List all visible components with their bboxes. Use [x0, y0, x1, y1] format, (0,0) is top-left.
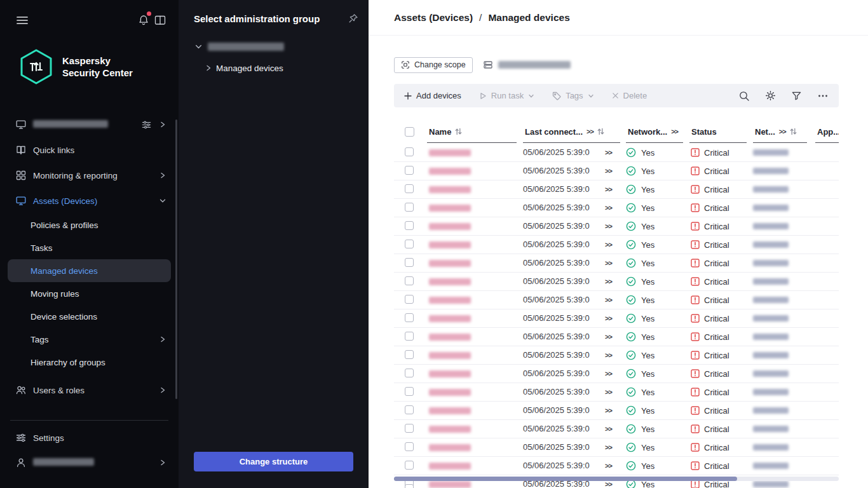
sidebar-item-policies-profiles[interactable]: Policies & profiles [0, 214, 179, 236]
horizontal-scrollbar-thumb[interactable] [394, 477, 737, 481]
row-checkbox[interactable] [405, 276, 414, 285]
sidebar-item-managed-devices[interactable]: Managed devices [8, 259, 171, 282]
row-checkbox[interactable] [405, 295, 414, 304]
hamburger-menu-icon[interactable] [14, 13, 31, 28]
expand-chevron-icon[interactable]: >> [605, 236, 612, 254]
device-name-cell[interactable] [429, 346, 471, 364]
device-name-cell[interactable] [429, 365, 471, 383]
device-name-cell[interactable] [429, 309, 471, 327]
group-tree-root[interactable] [179, 36, 369, 57]
row-checkbox[interactable] [405, 147, 414, 156]
sidebar-item-tags[interactable]: Tags [0, 328, 179, 351]
sidebar-scrollbar[interactable] [175, 119, 177, 399]
expand-chevron-icon[interactable]: >> [605, 162, 612, 180]
search-icon[interactable] [738, 90, 750, 102]
sidebar-item-monitoring-reporting[interactable]: Monitoring & reporting [0, 163, 179, 188]
device-name-cell[interactable] [429, 328, 471, 346]
change-structure-button[interactable]: Change structure [194, 452, 353, 471]
expand-chevron-icon[interactable]: >> [605, 383, 612, 401]
chevron-right-icon[interactable] [159, 121, 166, 128]
expand-chevron-icon[interactable]: >> [605, 217, 612, 235]
filter-funnel-icon[interactable] [791, 90, 802, 101]
row-checkbox[interactable] [405, 405, 414, 414]
sidebar-item-moving-rules[interactable]: Moving rules [0, 282, 179, 305]
add-devices-button[interactable]: Add devices [404, 91, 461, 100]
server-properties-icon[interactable] [141, 119, 152, 130]
column-header-name[interactable]: Name [427, 121, 517, 143]
expand-chevron-icon[interactable]: >> [605, 346, 612, 364]
device-name-cell[interactable] [429, 162, 471, 180]
device-name-cell[interactable] [429, 291, 471, 309]
sidebar-item-device-selections[interactable]: Device selections [0, 305, 179, 328]
column-header-app[interactable]: App... [815, 121, 839, 143]
column-expand-icon[interactable]: >> [587, 128, 593, 135]
expand-chevron-icon[interactable]: >> [605, 254, 612, 272]
sort-icon[interactable] [790, 128, 797, 135]
column-header-network-visible[interactable]: Network... >> [626, 121, 683, 143]
sidebar-item-hierarchy-of-groups[interactable]: Hierarchy of groups [0, 351, 179, 374]
device-name-cell[interactable] [429, 402, 471, 419]
sort-icon[interactable] [455, 128, 462, 135]
expand-chevron-icon[interactable]: >> [605, 144, 612, 161]
sidebar-item-users-roles[interactable]: Users & roles [0, 377, 179, 403]
sidebar-item-quick-links[interactable]: Quick links [0, 137, 179, 163]
sidebar-item-server[interactable] [0, 112, 179, 137]
chevron-right-icon[interactable] [205, 65, 212, 71]
sidebar-item-account[interactable] [0, 450, 179, 475]
column-header-net-agent[interactable]: Net... >> [753, 121, 807, 143]
column-header-last-connection[interactable]: Last connect... >> [523, 121, 620, 143]
device-name-cell[interactable] [429, 273, 471, 290]
expand-chevron-icon[interactable]: >> [605, 402, 612, 419]
column-expand-icon[interactable]: >> [779, 128, 786, 135]
device-name-cell[interactable] [429, 144, 471, 161]
chevron-down-icon[interactable] [195, 43, 202, 50]
device-name-cell[interactable] [429, 236, 471, 254]
device-name-cell[interactable] [429, 217, 471, 235]
expand-chevron-icon[interactable]: >> [605, 328, 612, 346]
row-checkbox[interactable] [405, 369, 414, 377]
column-header-status[interactable]: Status [689, 121, 747, 143]
sort-icon[interactable] [597, 128, 604, 135]
row-checkbox[interactable] [405, 442, 414, 451]
row-checkbox[interactable] [405, 240, 414, 248]
delete-button[interactable]: Delete [612, 91, 648, 100]
ellipsis-icon[interactable] [817, 90, 829, 102]
notifications-bell-icon[interactable] [135, 13, 152, 28]
sidebar-item-settings[interactable]: Settings [0, 426, 179, 450]
row-checkbox[interactable] [405, 484, 414, 488]
device-name-cell[interactable] [429, 254, 471, 272]
row-checkbox[interactable] [405, 203, 414, 212]
sidebar-item-assets-devices[interactable]: Assets (Devices) [0, 188, 179, 214]
device-name-cell[interactable] [429, 438, 471, 456]
row-checkbox[interactable] [405, 221, 414, 230]
row-checkbox[interactable] [405, 258, 414, 267]
row-checkbox[interactable] [405, 387, 414, 396]
expand-chevron-icon[interactable]: >> [605, 199, 612, 217]
tags-button[interactable]: Tags [552, 91, 593, 100]
row-checkbox[interactable] [405, 166, 414, 175]
horizontal-scrollbar-track[interactable] [394, 477, 839, 481]
device-name-cell[interactable] [429, 383, 471, 401]
side-panel-icon[interactable] [152, 13, 168, 28]
row-checkbox[interactable] [405, 424, 414, 433]
run-task-button[interactable]: Run task [479, 91, 534, 100]
row-checkbox[interactable] [405, 461, 414, 470]
change-scope-button[interactable]: Change scope [394, 57, 473, 73]
row-checkbox[interactable] [405, 350, 414, 359]
row-checkbox[interactable] [405, 184, 414, 193]
expand-chevron-icon[interactable]: >> [605, 365, 612, 383]
expand-chevron-icon[interactable]: >> [605, 438, 612, 456]
device-name-cell[interactable] [429, 457, 471, 475]
column-expand-icon[interactable]: >> [671, 128, 678, 135]
expand-chevron-icon[interactable]: >> [605, 457, 612, 475]
row-checkbox[interactable] [405, 332, 414, 341]
gear-icon[interactable] [765, 90, 776, 101]
device-name-cell[interactable] [429, 180, 471, 198]
expand-chevron-icon[interactable]: >> [605, 180, 612, 198]
pin-icon[interactable] [348, 13, 358, 24]
row-checkbox[interactable] [405, 313, 414, 322]
group-tree-managed-devices[interactable]: Managed devices [179, 57, 369, 79]
expand-chevron-icon[interactable]: >> [605, 309, 612, 327]
device-name-cell[interactable] [429, 420, 471, 438]
sidebar-item-tasks[interactable]: Tasks [0, 236, 179, 259]
